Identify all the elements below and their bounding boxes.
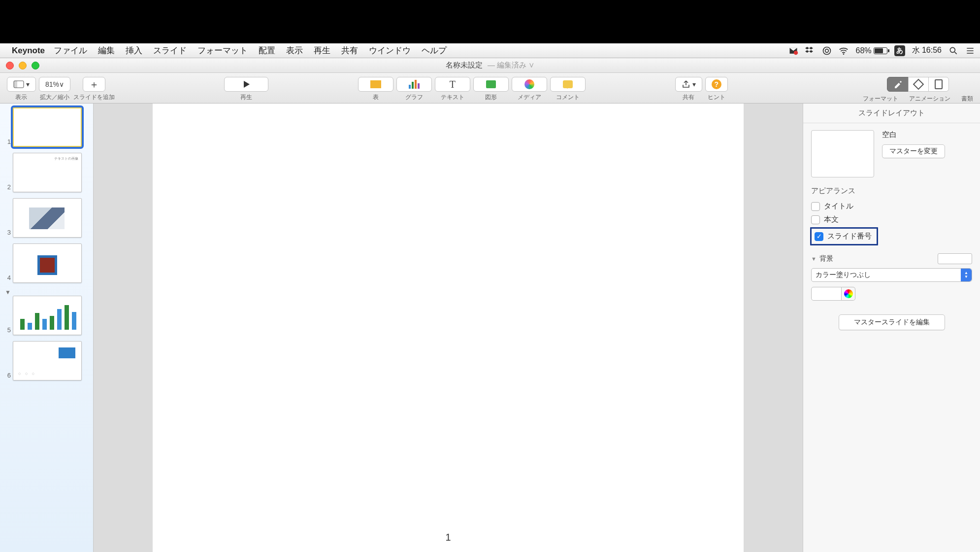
body-checkbox-label: 本文 [824,215,839,224]
body-checkbox-row[interactable]: 本文 [811,213,972,226]
slide-number-checkbox-row[interactable]: ✓ スライド番号 [813,231,874,242]
add-slide-label: スライドを追加 [73,93,115,102]
format-inspector: スライドレイアウト 空白 マスターを変更 アピアランス タイトル [803,104,980,552]
shape-button[interactable] [473,77,509,92]
view-button[interactable]: ▾ [7,77,36,92]
fullscreen-window-button[interactable] [32,62,39,69]
fill-type-value: カラー塗りつぶし [816,271,871,279]
inspector-section-title: スライドレイアウト [803,104,980,123]
background-fill-select[interactable]: カラー塗りつぶし ▲▼ [811,268,972,282]
svg-point-3 [843,53,845,55]
share-button[interactable]: ▾ [675,77,702,92]
play-label: 再生 [240,93,252,102]
wifi-icon[interactable] [839,46,849,56]
document-title: 名称未設定 [446,61,483,69]
slide-number-label: 2 [3,183,11,192]
clock[interactable]: 水 16:56 [912,45,942,56]
slide-thumb-2[interactable]: 2 テキストの画像 [3,153,90,192]
chart-label: グラフ [405,93,423,102]
svg-point-1 [823,47,831,54]
menu-insert[interactable]: 挿入 [126,45,142,56]
gmail-status-icon[interactable] [788,46,798,56]
menu-edit[interactable]: 編集 [98,45,115,56]
select-arrows-icon: ▲▼ [961,269,972,281]
disclosure-triangle-icon: ▼ [811,256,817,262]
zoom-label: 拡大／縮小 [40,93,69,102]
title-checkbox-row[interactable]: タイトル [811,200,972,213]
change-master-button[interactable]: マスターを変更 [882,144,945,158]
slide-number-label: 4 [3,274,11,283]
menu-help[interactable]: ヘルプ [422,45,447,56]
chart-button[interactable] [396,77,432,92]
checkbox-icon [811,202,820,211]
slide-canvas-area: 1 [94,104,803,552]
shape-label: 図形 [485,93,497,102]
spotlight-icon[interactable] [948,46,958,56]
document-tab-label: 書類 [961,95,973,103]
color-picker-button[interactable] [842,287,855,301]
menu-arrange[interactable]: 配置 [259,45,275,56]
dropbox-status-icon[interactable] [805,46,815,56]
media-button[interactable] [512,77,547,92]
keynote-window: 名称未設定 — 編集済み ∨ ▾ 表示 81%∨ 拡大／縮小 ＋ スライドを追加… [0,58,980,552]
slide-navigator: 1 2 テキストの画像 3 4 ▼ 5 [0,104,94,552]
slide-number-label: 3 [3,229,11,238]
close-window-button[interactable] [6,62,14,69]
slide-thumb-6[interactable]: 6 ○ ○ ○ [3,341,90,380]
document-edited-status[interactable]: — 編集済み ∨ [488,61,534,69]
background-preview-swatch [938,253,972,264]
hint-label: ヒント [708,93,725,102]
input-method-icon[interactable]: あ [894,45,905,56]
table-button[interactable] [358,77,393,92]
menu-file[interactable]: ファイル [54,45,87,56]
menu-window[interactable]: ウインドウ [369,45,411,56]
hint-button[interactable]: ? [705,77,728,92]
slide-number-placeholder[interactable]: 1 [445,532,451,543]
menu-play[interactable]: 再生 [314,45,330,56]
play-button[interactable] [224,77,268,92]
add-slide-button[interactable]: ＋ [83,77,105,92]
battery-status[interactable]: 68% [855,46,887,55]
table-label: 表 [373,93,379,102]
app-name[interactable]: Keynote [12,46,45,56]
menu-view[interactable]: 表示 [286,45,303,56]
slide-number-label: 1 [3,138,11,147]
slide-number-checkbox-label: スライド番号 [827,232,872,241]
menu-share[interactable]: 共有 [341,45,358,56]
media-label: メディア [518,93,541,102]
edit-master-slide-button[interactable]: マスタースライドを編集 [839,314,945,330]
slide-canvas[interactable]: 1 [153,104,744,552]
menu-format[interactable]: フォーマット [197,45,248,56]
comment-button[interactable] [550,77,586,92]
checkbox-icon [811,215,820,224]
animation-tab-label: アニメーション [909,95,950,103]
svg-point-4 [950,47,955,52]
slide-thumb-4[interactable]: 4 [3,243,90,283]
slide-group-collapse-icon[interactable]: ▼ [5,289,90,296]
slide-thumb-3[interactable]: 3 [3,198,90,238]
text-button[interactable]: T [435,77,470,92]
airdrop-icon[interactable] [822,46,832,56]
format-tab[interactable] [887,77,909,92]
notification-center-icon[interactable] [965,46,975,56]
text-label: テキスト [441,93,464,102]
animation-tab[interactable] [908,77,929,92]
appearance-section-title: アピアランス [811,186,972,196]
title-checkbox-label: タイトル [824,202,853,211]
slide-number-label: 6 [3,372,11,380]
background-disclosure[interactable]: ▼ 背景 [811,253,972,264]
share-label: 共有 [683,93,694,102]
slide-number-label: 5 [3,326,11,335]
minimize-window-button[interactable] [19,62,27,69]
slide-thumb-1[interactable]: 1 [3,107,90,147]
document-tab[interactable] [928,77,949,92]
zoom-button[interactable]: 81%∨ [39,77,70,92]
master-preview-thumb [811,130,874,177]
slide-thumb-5[interactable]: 5 [3,296,90,335]
comment-label: コメント [556,93,580,102]
menu-slide[interactable]: スライド [153,45,187,56]
background-color-well[interactable] [811,287,842,301]
format-tab-label: フォーマット [863,95,898,103]
toolbar: ▾ 表示 81%∨ 拡大／縮小 ＋ スライドを追加 再生 表 [0,73,980,104]
svg-point-0 [794,51,798,55]
